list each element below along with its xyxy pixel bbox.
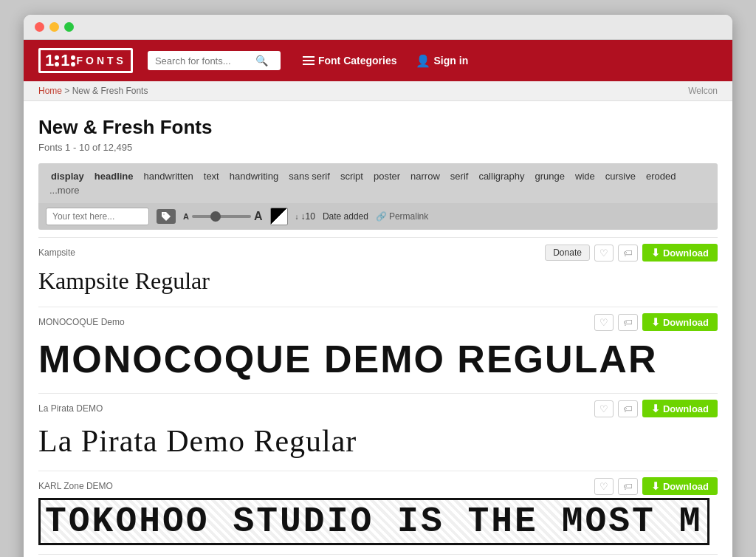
maximize-button[interactable] <box>64 22 74 32</box>
filter-tag-calligraphy[interactable]: calligraphy <box>473 169 529 183</box>
font-actions-kampsite: Donate ♡ 🏷 ⬇ Download <box>545 244 718 262</box>
font-list: Kampsite Donate ♡ 🏷 ⬇ Download Kampsite … <box>38 237 718 557</box>
font-name-karl: KARL Zone DEMO <box>38 481 113 491</box>
font-name-lapirata: La Pirata DEMO <box>38 403 103 414</box>
permalink-button[interactable]: 🔗 Permalink <box>376 211 428 222</box>
minimize-button[interactable] <box>49 22 59 32</box>
download-icon-kampsite: ⬇ <box>651 247 660 259</box>
filter-tag-wide[interactable]: wide <box>570 169 600 183</box>
font-actions-lapirata: ♡ 🏷 ⬇ Download <box>594 400 718 417</box>
nav-signin[interactable]: 👤 Sign in <box>416 54 469 68</box>
font-actions-karl: ♡ 🏷 ⬇ Download <box>594 477 718 495</box>
font-entry-header-monocoque: MONOCOQUE Demo ♡ 🏷 ⬇ Download <box>38 313 718 331</box>
donate-button-kampsite[interactable]: Donate <box>545 245 590 261</box>
font-entry-header-lapirata: La Pirata DEMO ♡ 🏷 ⬇ Download <box>38 400 718 417</box>
search-icon: 🔍 <box>255 55 268 66</box>
logo-dots <box>55 55 59 66</box>
download-icon-monocoque: ⬇ <box>651 316 660 328</box>
logo-text-2: 1 <box>61 52 69 69</box>
filter-tag-handwritten[interactable]: handwritten <box>139 169 199 183</box>
download-button-monocoque[interactable]: ⬇ Download <box>642 313 718 331</box>
logo-dots-2 <box>71 55 75 66</box>
font-count: Fonts 1 - 10 of 12,495 <box>38 142 718 153</box>
nav-categories[interactable]: Font Categories <box>303 55 397 66</box>
tag-button-lapirata[interactable]: 🏷 <box>618 400 638 417</box>
filter-tag-headline[interactable]: headline <box>89 169 139 183</box>
download-button-karl[interactable]: ⬇ Download <box>642 477 718 495</box>
logo-text: 1 <box>45 52 53 69</box>
font-preview-karl: TOKOHOO STUDIO IS THE MOST M <box>38 498 709 545</box>
size-label: ↓↓10 <box>295 211 315 222</box>
page-title: New & Fresh Fonts <box>38 116 718 139</box>
download-button-lapirata[interactable]: ⬇ Download <box>642 400 718 417</box>
filter-more[interactable]: ...more <box>46 183 83 197</box>
slider-label-a-small: A <box>183 212 189 221</box>
site-logo[interactable]: 1 1 FONTS <box>38 48 133 73</box>
font-preview-kampsite: Kampsite Regular <box>38 264 718 298</box>
preview-text-input[interactable] <box>46 208 149 225</box>
font-name-monocoque: MONOCOQUE Demo <box>38 317 125 327</box>
size-slider-container: A A <box>183 210 263 223</box>
breadcrumb-right: Welcon <box>688 86 718 96</box>
nav-items: Font Categories 👤 Sign in <box>303 54 468 68</box>
slider-label-a-large: A <box>254 210 263 223</box>
font-entry-monocoque: MONOCOQUE Demo ♡ 🏷 ⬇ Download MONOCOQUE … <box>38 307 718 393</box>
sort-dropdown[interactable]: Date added <box>323 211 368 222</box>
filter-tag-poster[interactable]: poster <box>368 169 405 183</box>
font-entry-header-karl: KARL Zone DEMO ♡ 🏷 ⬇ Download <box>38 477 718 495</box>
filter-tag-text[interactable]: text <box>199 169 224 183</box>
font-name-kampsite: Kampsite <box>38 247 75 258</box>
breadcrumb: Home > New & Fresh Fonts Welcon <box>24 81 732 101</box>
size-slider[interactable] <box>192 215 251 218</box>
search-input[interactable] <box>155 55 251 66</box>
search-box[interactable]: 🔍 <box>148 51 281 70</box>
filter-tag-handwriting[interactable]: handwriting <box>224 169 284 183</box>
site-header: 1 1 FONTS 🔍 Font Categories <box>24 40 732 81</box>
font-preview-lapirata: La Pirata Demo Regular <box>38 420 718 462</box>
favorite-button-monocoque[interactable]: ♡ <box>594 314 614 331</box>
filter-tags: display headline handwritten text handwr… <box>38 163 718 203</box>
window-chrome <box>24 15 732 40</box>
tag-button[interactable] <box>157 209 176 224</box>
font-entry-gameria: GAMERIA Demo ♡ 🏷 ⬇ Download GAMERIA DEMO… <box>38 554 718 557</box>
filter-tag-script[interactable]: script <box>335 169 368 183</box>
hamburger-icon <box>303 56 315 65</box>
download-icon-karl: ⬇ <box>651 480 660 492</box>
tag-button-monocoque[interactable]: 🏷 <box>618 314 638 331</box>
breadcrumb-path: Home > New & Fresh Fonts <box>38 86 148 96</box>
toolbar: A A ↓↓10 Date added 🔗 Permalink <box>38 203 718 230</box>
filter-tag-sans-serif[interactable]: sans serif <box>284 169 335 183</box>
favorite-button-lapirata[interactable]: ♡ <box>594 400 614 417</box>
font-preview-monocoque: MONOCOQUE DEMO REGULAR <box>38 334 718 384</box>
filter-tag-serif[interactable]: serif <box>445 169 474 183</box>
font-entry-header-kampsite: Kampsite Donate ♡ 🏷 ⬇ Download <box>38 244 718 262</box>
svg-point-0 <box>163 213 165 215</box>
browser-window: 1 1 FONTS 🔍 Font Categories <box>24 15 732 557</box>
favorite-button-karl[interactable]: ♡ <box>594 478 614 495</box>
link-icon: 🔗 <box>376 211 387 222</box>
breadcrumb-separator: > <box>64 86 72 96</box>
main-content: New & Fresh Fonts Fonts 1 - 10 of 12,495… <box>24 101 732 557</box>
filter-tag-display[interactable]: display <box>46 169 89 183</box>
font-entry-kampsite: Kampsite Donate ♡ 🏷 ⬇ Download Kampsite … <box>38 237 718 307</box>
tag-button-kampsite[interactable]: 🏷 <box>618 245 638 262</box>
tag-button-karl[interactable]: 🏷 <box>618 478 638 495</box>
font-actions-monocoque: ♡ 🏷 ⬇ Download <box>594 313 718 331</box>
favorite-button-kampsite[interactable]: ♡ <box>594 245 614 262</box>
filter-tag-cursive[interactable]: cursive <box>600 169 641 183</box>
filter-tag-grunge[interactable]: grunge <box>530 169 570 183</box>
user-icon: 👤 <box>416 54 430 68</box>
download-icon-lapirata: ⬇ <box>651 403 660 414</box>
color-picker[interactable] <box>270 208 288 225</box>
filter-tag-narrow[interactable]: narrow <box>405 169 445 183</box>
breadcrumb-home[interactable]: Home <box>38 86 62 96</box>
logo-number: FONTS <box>77 55 126 66</box>
close-button[interactable] <box>35 22 44 32</box>
breadcrumb-current: New & Fresh Fonts <box>72 86 148 96</box>
filter-tag-eroded[interactable]: eroded <box>641 169 681 183</box>
font-entry-lapirata: La Pirata DEMO ♡ 🏷 ⬇ Download La Pirata … <box>38 393 718 471</box>
download-button-kampsite[interactable]: ⬇ Download <box>642 244 718 262</box>
font-entry-karl: KARL Zone DEMO ♡ 🏷 ⬇ Download TOKOHOO ST… <box>38 471 718 554</box>
